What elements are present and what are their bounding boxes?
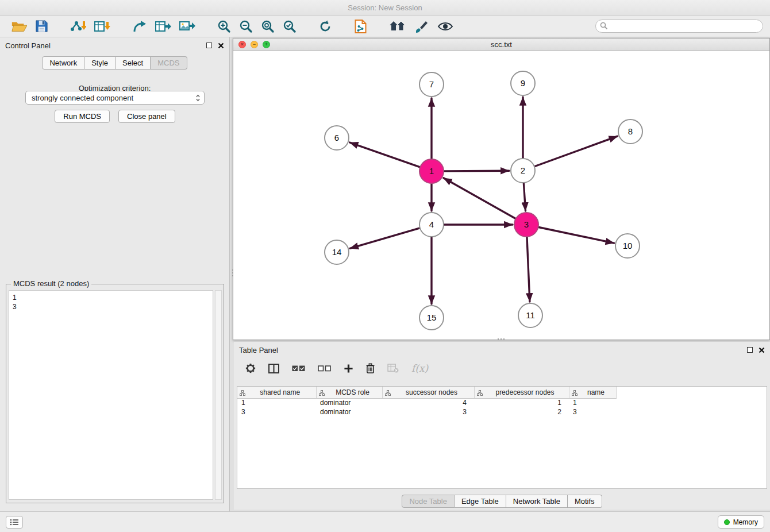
close-table-panel-icon[interactable] bbox=[759, 347, 765, 353]
graph-node-3[interactable]: 3 bbox=[514, 213, 538, 237]
criterion-dropdown-value: strongly connected component bbox=[32, 94, 133, 102]
zoom-selected-button[interactable] bbox=[279, 17, 301, 36]
export-table-button[interactable] bbox=[151, 17, 175, 36]
graph-node-14[interactable]: 14 bbox=[325, 240, 349, 264]
search-icon bbox=[600, 22, 608, 32]
graph-edge-2-8[interactable] bbox=[535, 136, 618, 166]
node-label: 14 bbox=[332, 247, 342, 257]
show-all-columns-button[interactable] bbox=[288, 359, 309, 377]
function-builder-button[interactable]: f(x) bbox=[408, 359, 432, 377]
control-panel-header: Control Panel bbox=[0, 37, 229, 53]
column-header-name[interactable]: name bbox=[569, 387, 616, 398]
table-cell[interactable]: 3 bbox=[569, 407, 616, 417]
zoom-window-icon[interactable]: + bbox=[263, 41, 270, 48]
memory-button[interactable]: Memory bbox=[718, 515, 764, 529]
graph-edge-4-14[interactable] bbox=[350, 228, 419, 248]
graph-edge-3-11[interactable] bbox=[527, 237, 530, 302]
column-header-MCDS-role[interactable]: MCDS role bbox=[316, 387, 382, 398]
graph-node-7[interactable]: 7 bbox=[419, 72, 444, 97]
column-header-shared-name[interactable]: shared name bbox=[237, 387, 316, 398]
export-image-button[interactable] bbox=[175, 17, 199, 36]
criterion-dropdown[interactable]: strongly connected component bbox=[25, 91, 205, 105]
table-cell[interactable]: 3 bbox=[237, 407, 316, 417]
node-table-container: shared nameMCDS rolesuccessor nodesprede… bbox=[237, 386, 767, 489]
hide-all-columns-button[interactable] bbox=[314, 359, 334, 377]
table-cell[interactable]: 4 bbox=[382, 398, 474, 407]
task-history-button[interactable] bbox=[6, 516, 23, 529]
zoom-in-button[interactable] bbox=[213, 17, 235, 36]
graph-node-8[interactable]: 8 bbox=[618, 119, 642, 144]
graph-node-4[interactable]: 4 bbox=[419, 213, 444, 237]
delete-table-button[interactable] bbox=[384, 359, 402, 377]
network-window-title: scc.txt bbox=[491, 40, 512, 49]
export-network-button[interactable] bbox=[128, 17, 151, 36]
create-column-button[interactable] bbox=[340, 359, 357, 377]
graph-edge-1-2[interactable] bbox=[444, 171, 509, 171]
table-cell[interactable]: 1 bbox=[237, 398, 316, 407]
node-table-body: 1dominator4113dominator323 bbox=[237, 398, 616, 417]
graph-edge-2-3[interactable] bbox=[523, 183, 525, 211]
graph-node-15[interactable]: 15 bbox=[419, 306, 444, 330]
graph-node-6[interactable]: 6 bbox=[325, 126, 349, 150]
plus-icon bbox=[344, 364, 353, 373]
new-network-from-selection-button[interactable] bbox=[350, 17, 371, 36]
import-network-button[interactable] bbox=[66, 17, 90, 36]
tab-select[interactable]: Select bbox=[116, 56, 151, 70]
panel-splitter-horizontal[interactable] bbox=[492, 337, 510, 341]
apply-style-button[interactable] bbox=[410, 17, 433, 36]
float-table-panel-icon[interactable] bbox=[747, 347, 753, 353]
network-canvas[interactable]: 7968124314101511 bbox=[233, 51, 769, 340]
zoom-fit-button[interactable] bbox=[257, 17, 279, 36]
table-cell[interactable]: 1 bbox=[474, 398, 569, 407]
tab-mcds[interactable]: MCDS bbox=[151, 56, 187, 70]
save-session-button[interactable] bbox=[31, 17, 52, 36]
graph-edge-1-6[interactable] bbox=[350, 142, 420, 167]
import-table-button[interactable] bbox=[90, 17, 114, 36]
graph-edge-3-10[interactable] bbox=[539, 228, 614, 244]
refresh-button[interactable] bbox=[314, 17, 336, 36]
run-mcds-button[interactable]: Run MCDS bbox=[55, 110, 110, 123]
chevron-up-down-icon bbox=[195, 94, 201, 102]
table-settings-button[interactable] bbox=[242, 359, 259, 377]
tab-style[interactable]: Style bbox=[84, 56, 116, 70]
column-header-successor-nodes[interactable]: successor nodes bbox=[382, 387, 474, 398]
table-row[interactable]: 3dominator323 bbox=[237, 407, 616, 417]
search-input[interactable] bbox=[595, 20, 763, 33]
close-panel-button[interactable]: Close panel bbox=[118, 110, 175, 123]
zoom-out-icon bbox=[239, 20, 253, 33]
table-cell[interactable]: 1 bbox=[569, 398, 616, 407]
column-browser-button[interactable] bbox=[265, 359, 283, 377]
control-panel-tabs: NetworkStyleSelectMCDS bbox=[0, 56, 229, 70]
network-window-titlebar[interactable]: × – + scc.txt bbox=[233, 38, 769, 51]
column-header-predecessor-nodes[interactable]: predecessor nodes bbox=[474, 387, 569, 398]
close-panel-icon[interactable] bbox=[218, 43, 224, 49]
result-scrollbar[interactable] bbox=[215, 290, 222, 500]
graph-node-9[interactable]: 9 bbox=[511, 71, 535, 95]
open-session-button[interactable] bbox=[7, 17, 31, 36]
graph-node-2[interactable]: 2 bbox=[511, 159, 535, 183]
tab-motifs[interactable]: Motifs bbox=[568, 495, 602, 508]
tab-network[interactable]: Network bbox=[42, 56, 84, 70]
minimize-window-icon[interactable]: – bbox=[251, 41, 258, 48]
tab-node-table[interactable]: Node Table bbox=[402, 495, 455, 508]
graph-edge-3-1[interactable] bbox=[444, 178, 515, 218]
delete-column-button[interactable] bbox=[363, 359, 378, 377]
tab-edge-table[interactable]: Edge Table bbox=[455, 495, 506, 508]
float-panel-icon[interactable] bbox=[206, 43, 212, 48]
graph-node-11[interactable]: 11 bbox=[518, 303, 542, 327]
zoom-out-button[interactable] bbox=[235, 17, 257, 36]
table-cell[interactable]: 3 bbox=[382, 407, 474, 417]
tab-network-table[interactable]: Network Table bbox=[506, 495, 568, 508]
table-cell[interactable]: 2 bbox=[474, 407, 569, 417]
graph-node-1[interactable]: 1 bbox=[419, 159, 444, 183]
first-neighbors-button[interactable] bbox=[385, 17, 410, 36]
close-window-icon[interactable]: × bbox=[238, 41, 246, 48]
table-cell[interactable]: dominator bbox=[316, 398, 382, 407]
table-cell[interactable]: dominator bbox=[316, 407, 382, 417]
show-hide-details-button[interactable] bbox=[433, 17, 457, 36]
table-row[interactable]: 1dominator411 bbox=[237, 398, 616, 407]
tree-icon bbox=[240, 390, 245, 396]
graph-node-10[interactable]: 10 bbox=[615, 234, 640, 258]
export-network-icon bbox=[132, 20, 147, 33]
panel-splitter-vertical[interactable] bbox=[230, 263, 234, 283]
